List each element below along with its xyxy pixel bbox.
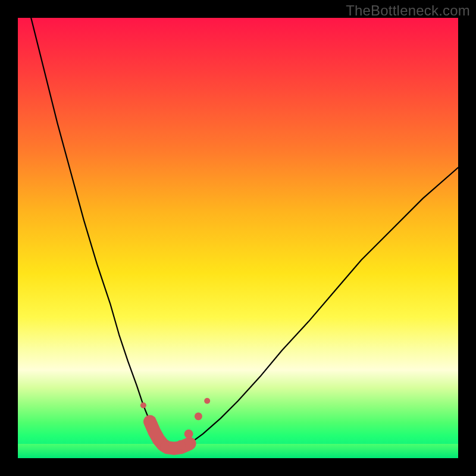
watermark-text: TheBottleneck.com [346,2,470,19]
marker-dot [176,440,186,450]
outer-frame: TheBottleneck.com [0,0,476,476]
plot-area [18,18,458,458]
marker-dot [184,430,193,439]
marker-dot [140,402,146,408]
chart-svg [18,18,458,458]
marker-dot [195,412,202,420]
marker-dot [148,421,156,429]
bottleneck-curve [31,18,458,449]
marker-dots [140,398,210,453]
marker-dot [204,398,210,404]
